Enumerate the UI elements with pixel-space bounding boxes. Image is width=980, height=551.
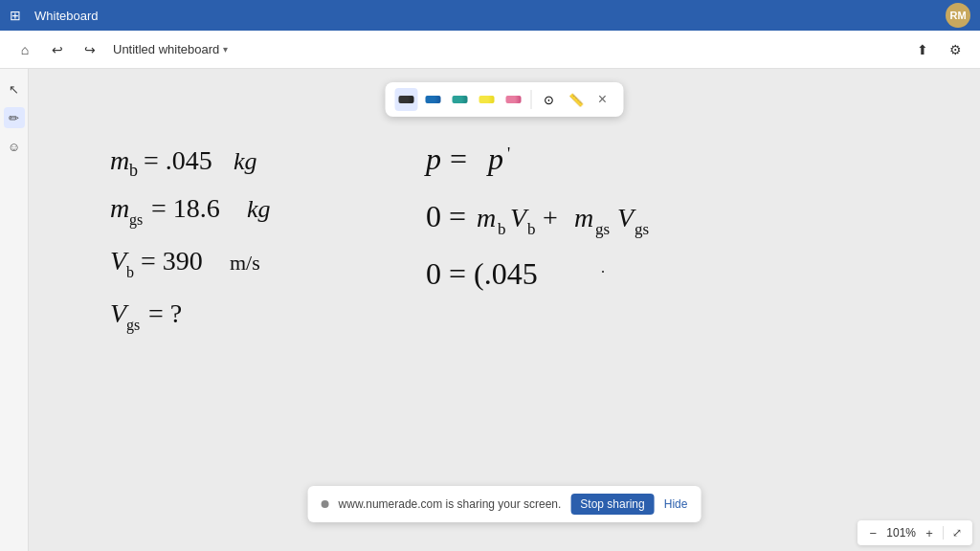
title-bar: ⊞ Whiteboard RM [0, 0, 980, 31]
svg-text:m: m [110, 193, 129, 223]
title-chevron: ▾ [223, 44, 228, 55]
svg-text:·: · [601, 264, 605, 280]
zoom-controls: − 101% + ⤢ [858, 520, 972, 545]
svg-text:= .045: = .045 [144, 145, 212, 175]
redo-button[interactable]: ↪ [77, 36, 103, 63]
main-area: ↖ ✏ ☺ ⊙ 📏 × [0, 69, 980, 551]
pen-blue-button[interactable] [422, 88, 445, 111]
select-tool-button[interactable]: ↖ [4, 78, 25, 99]
svg-text:0 =: 0 = [426, 199, 466, 233]
svg-text:m: m [574, 203, 593, 232]
home-button[interactable]: ⌂ [11, 36, 38, 63]
zoom-separator [943, 526, 944, 540]
whiteboard-title[interactable]: Untitled whiteboard ▾ [113, 42, 228, 56]
hide-button[interactable]: Hide [664, 497, 688, 511]
pen-black-button[interactable] [395, 88, 418, 111]
svg-text:gs: gs [595, 220, 610, 238]
emoji-tool-button[interactable]: ☺ [4, 136, 25, 157]
svg-text:gs: gs [635, 220, 649, 238]
svg-text:m: m [110, 145, 129, 175]
sidebar: ↖ ✏ ☺ [0, 69, 29, 551]
svg-text:= 18.6: = 18.6 [151, 193, 220, 223]
undo-button[interactable]: ↩ [44, 36, 71, 63]
toolbar-separator [531, 90, 532, 109]
svg-text:b: b [129, 161, 138, 180]
svg-text:p: p [424, 142, 441, 176]
canvas-area[interactable]: ⊙ 📏 × m b = .045 kg m gs = 18.6 kg V [29, 69, 980, 551]
avatar[interactable]: RM [946, 3, 970, 28]
svg-text:0 = (.045: 0 = (.045 [426, 256, 538, 291]
svg-text:b: b [527, 220, 536, 238]
stop-sharing-button[interactable]: Stop sharing [570, 494, 654, 515]
drawing-toolbar: ⊙ 📏 × [386, 82, 624, 117]
svg-text:gs: gs [126, 317, 140, 334]
settings-button[interactable]: ⚙ [942, 36, 969, 63]
pen-teal-button[interactable] [449, 88, 472, 111]
app-title: Whiteboard [34, 9, 98, 23]
svg-text:p: p [486, 142, 503, 176]
svg-text:= 390: = 390 [141, 246, 203, 276]
zoom-value: 101% [886, 526, 916, 540]
svg-text:+: + [543, 203, 558, 232]
svg-text:gs: gs [129, 211, 143, 229]
svg-text:V: V [510, 203, 529, 232]
svg-text:b: b [126, 264, 134, 280]
svg-text:=: = [450, 142, 467, 176]
fit-button[interactable]: ⤢ [947, 523, 967, 542]
share-button[interactable]: ⬆ [909, 36, 936, 63]
sharing-message: www.numerade.com is sharing your screen. [339, 497, 562, 511]
grid-icon: ⊞ [10, 8, 21, 23]
svg-text:b: b [498, 220, 506, 238]
svg-text:kg: kg [247, 195, 271, 223]
toolbar-bar: ⌂ ↩ ↪ Untitled whiteboard ▾ ⬆ ⚙ [0, 31, 980, 69]
close-toolbar-button[interactable]: × [591, 88, 614, 111]
eraser-button[interactable]: ⊙ [538, 88, 561, 111]
zoom-in-button[interactable]: + [920, 523, 939, 542]
whiteboard-content: m b = .045 kg m gs = 18.6 kg V b = 390 m… [29, 69, 980, 551]
zoom-out-button[interactable]: − [863, 523, 882, 542]
sharing-indicator [322, 500, 329, 508]
svg-text:m: m [477, 203, 496, 232]
svg-text:= ?: = ? [148, 298, 182, 328]
sharing-bar: www.numerade.com is sharing your screen.… [308, 486, 702, 522]
svg-text:V: V [617, 203, 636, 232]
svg-text:kg: kg [234, 147, 257, 175]
svg-text:': ' [507, 144, 510, 164]
svg-text:m/s: m/s [230, 251, 260, 275]
toolbar-right: ⬆ ⚙ [909, 36, 969, 63]
pen-pink-button[interactable] [502, 88, 525, 111]
pen-tool-button[interactable]: ✏ [4, 107, 25, 128]
ruler-button[interactable]: 📏 [565, 88, 588, 111]
pen-yellow-button[interactable] [476, 88, 499, 111]
